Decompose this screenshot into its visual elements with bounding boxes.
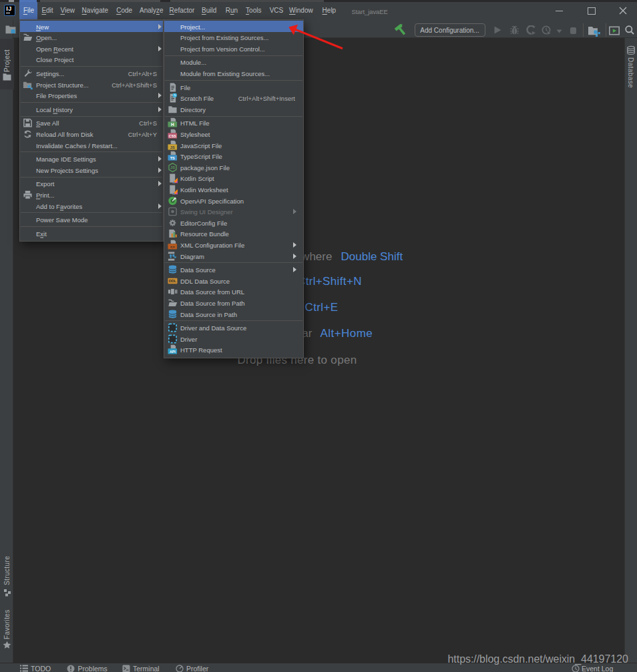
svg-text:JS: JS (170, 165, 175, 170)
svg-text:JS: JS (170, 145, 175, 149)
svg-text:API: API (170, 350, 176, 354)
svg-text:DDL: DDL (169, 279, 177, 283)
svg-text:H: H (171, 122, 174, 127)
svg-text:<>: <> (170, 245, 176, 249)
svg-text:CSS: CSS (169, 134, 176, 138)
svg-text:TS: TS (170, 156, 175, 160)
